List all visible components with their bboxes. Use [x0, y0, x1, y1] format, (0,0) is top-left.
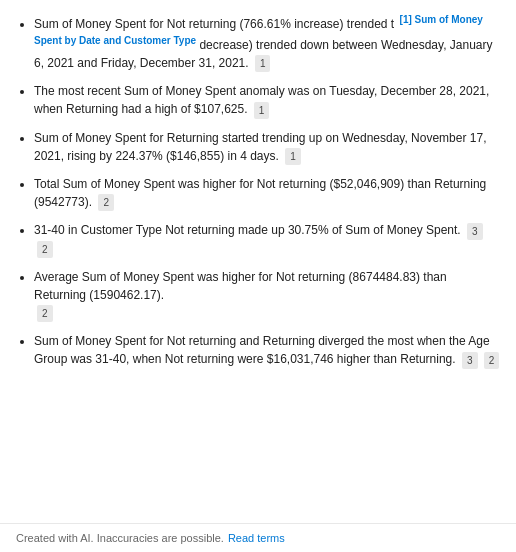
badge-6a[interactable]: 2 [37, 305, 53, 322]
read-terms-link[interactable]: Read terms [228, 532, 285, 544]
list-item: Sum of Money Spent for Not returning and… [34, 332, 500, 368]
insights-list: Sum of Money Spent for Not returning (76… [16, 12, 500, 369]
badge-4a[interactable]: 2 [98, 194, 114, 211]
footer-created-text: Created with AI. Inaccuracies are possib… [16, 532, 224, 544]
list-item: 31-40 in Customer Type Not returning mad… [34, 221, 500, 258]
badge-2a[interactable]: 1 [254, 102, 270, 119]
list-item: The most recent Sum of Money Spent anoma… [34, 82, 500, 118]
list-item: Sum of Money Spent for Returning started… [34, 129, 500, 165]
badge-7b[interactable]: 2 [484, 352, 500, 369]
insight-text-1a: Sum of Money Spent for Not returning (76… [34, 17, 394, 31]
badge-1a[interactable]: 1 [255, 55, 271, 72]
badge-3a[interactable]: 1 [285, 148, 301, 165]
footer: Created with AI. Inaccuracies are possib… [0, 523, 516, 552]
list-item: Sum of Money Spent for Not returning (76… [34, 12, 500, 72]
insight-text-7: Sum of Money Spent for Not returning and… [34, 334, 490, 366]
insight-text-6: Average Sum of Money Spent was higher fo… [34, 270, 447, 302]
badge-5b[interactable]: 2 [37, 241, 53, 258]
badge-7a[interactable]: 3 [462, 352, 478, 369]
badge-5a[interactable]: 3 [467, 223, 483, 240]
insights-panel: Sum of Money Spent for Not returning (76… [0, 0, 516, 523]
insight-text-3: Sum of Money Spent for Returning started… [34, 131, 486, 163]
list-item: Average Sum of Money Spent was higher fo… [34, 268, 500, 322]
list-item: Total Sum of Money Spent was higher for … [34, 175, 500, 211]
insight-text-5: 31-40 in Customer Type Not returning mad… [34, 223, 461, 237]
